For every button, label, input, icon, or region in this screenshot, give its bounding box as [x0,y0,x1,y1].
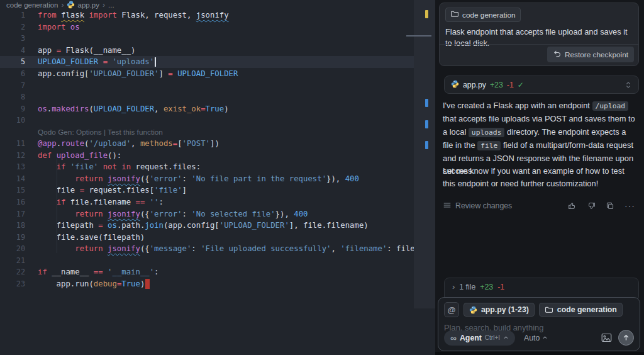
line-number: 21 [0,256,25,265]
line-number: 20 [0,244,25,253]
task-description: Flask endpoint that accepts file upload … [445,26,633,49]
breadcrumb-more[interactable]: ... [108,1,114,9]
context-chip-code-generation[interactable]: code generation [539,303,623,317]
line-number: 19 [0,233,25,242]
text-cursor [155,57,156,67]
code-line[interactable]: 9os.makedirs(UPLOAD_FOLDER, exist_ok=Tru… [0,103,435,115]
line-number: 2 [0,23,25,31]
thumbs-down-icon[interactable] [587,201,596,210]
code-line[interactable]: 14 return jsonify({'error': 'No file par… [0,173,435,185]
infinity-icon: ∞ [450,333,457,343]
code-line[interactable]: 13 if 'file' not in request.files: [0,161,435,173]
code-line[interactable]: 6app.config['UPLOAD_FOLDER'] = UPLOAD_FO… [0,68,435,80]
more-options-icon[interactable]: ··· [625,201,635,211]
folder-icon [545,305,553,314]
line-number: 11 [0,139,25,148]
indent-guide [57,159,57,253]
undo-icon [553,49,562,60]
file-name: app.py [463,81,486,89]
code-line[interactable]: 22if __name__ == '__main__': [0,266,435,278]
line-number: 14 [0,174,25,183]
code-line[interactable]: 15 file = request.files['file'] [0,184,435,196]
code-line[interactable]: 8 [0,91,435,103]
code-line[interactable]: 20 return jsonify({'message': 'File uplo… [0,243,435,255]
edit-marker [145,279,150,289]
lines-removed: -1 [497,283,504,291]
breadcrumb-separator: › [61,1,64,9]
code-line[interactable]: 16 if file.filename == '': [0,196,435,208]
code-lines[interactable]: 1from flask import Flask, request, jsoni… [0,9,435,290]
diagnostic-marker [425,99,428,107]
send-button[interactable] [618,330,634,346]
files-count: 1 file [459,283,475,291]
code-line[interactable]: 12def upload_file(): [0,150,435,162]
code-line[interactable]: 11@app.route('/upload', methods=['POST']… [0,138,435,150]
line-number: 16 [0,198,25,206]
chevron-up-icon [503,335,509,341]
scrollbar-overview-ruler[interactable] [414,0,435,308]
code-line[interactable]: 3 [0,33,435,45]
folder-icon [450,9,459,20]
line-number: 13 [0,162,25,171]
list-icon [443,201,452,211]
code-line[interactable]: 7 [0,79,435,91]
thumbs-up-icon[interactable] [568,201,577,210]
chevron-right-icon: › [452,283,455,291]
panel-bottom-strip [435,352,644,355]
lines-added: +23 [480,283,493,291]
task-chip[interactable]: code generation [445,8,521,22]
expand-collapse-icon[interactable] [625,81,632,89]
code-line[interactable]: 10 [0,115,435,127]
code-line[interactable]: 1from flask import Flask, request, jsoni… [0,9,435,21]
line-number: 7 [0,81,25,90]
code-line[interactable]: 17 return jsonify({'error': 'No selected… [0,208,435,220]
check-icon: ✓ [518,81,524,89]
lines-removed: -1 [507,81,514,89]
breadcrumb: code generation › app.py › ... [0,0,435,10]
add-context-button[interactable]: @ [444,302,459,317]
model-selector[interactable]: Auto [524,334,548,342]
line-number: 1 [0,11,25,20]
attach-image-icon[interactable] [601,333,612,342]
line-number: 17 [0,210,25,218]
code-editor[interactable]: code generation › app.py › ... 1from fla… [0,0,435,355]
code-line[interactable]: 23 app.run(debug=True) [0,278,435,290]
line-number: 10 [0,116,25,125]
agent-mode-selector[interactable]: ∞ Agent Ctrl+I [444,330,515,346]
diagnostic-marker [425,120,428,128]
line-number: 18 [0,221,25,230]
diagnostic-marker [425,141,428,149]
breadcrumb-folder[interactable]: code generation [6,1,58,9]
chat-composer[interactable]: @ app.py (1-23) code generation Plan, se… [438,297,640,351]
inline-code: uploads [469,128,505,137]
copy-icon[interactable] [606,201,614,210]
ai-chat-panel: code generation Flask endpoint that acce… [435,0,644,355]
review-changes-link[interactable]: Review changes [443,201,512,211]
line-number: 12 [0,151,25,160]
code-line[interactable]: 19 file.save(filepath) [0,231,435,243]
ide-window: code generation › app.py › ... 1from fla… [0,0,644,355]
line-number: 8 [0,93,25,101]
code-line[interactable]: 21 [0,254,435,266]
line-number: 9 [0,104,25,113]
breadcrumb-file[interactable]: app.py [67,0,99,10]
inline-code: /upload [592,101,629,111]
line-number: 6 [0,69,25,78]
context-chip-app-py-1-23-[interactable]: app.py (1-23) [464,303,535,317]
inline-code: file [477,141,501,150]
breadcrumb-separator: › [103,1,105,9]
code-line[interactable]: 5UPLOAD_FOLDER = 'uploads' [0,56,435,68]
diagnostic-marker [425,10,428,18]
restore-checkpoint-button[interactable]: Restore checkpoint [547,47,634,62]
code-line[interactable]: 18 filepath = os.path.join(app.config['U… [0,220,435,232]
codelens[interactable]: Qodo Gen: Options | Test this function [0,126,435,138]
divider [440,44,638,45]
changed-file-row[interactable]: app.py +23 -1 ✓ [444,76,639,94]
line-number: 23 [0,279,25,288]
python-icon [67,1,75,10]
code-line[interactable]: 2import os [0,21,435,33]
python-icon [469,306,477,314]
code-line[interactable]: 4app = Flask(__name__) [0,45,435,57]
line-number: 3 [0,34,25,43]
lines-added: +23 [490,81,503,89]
